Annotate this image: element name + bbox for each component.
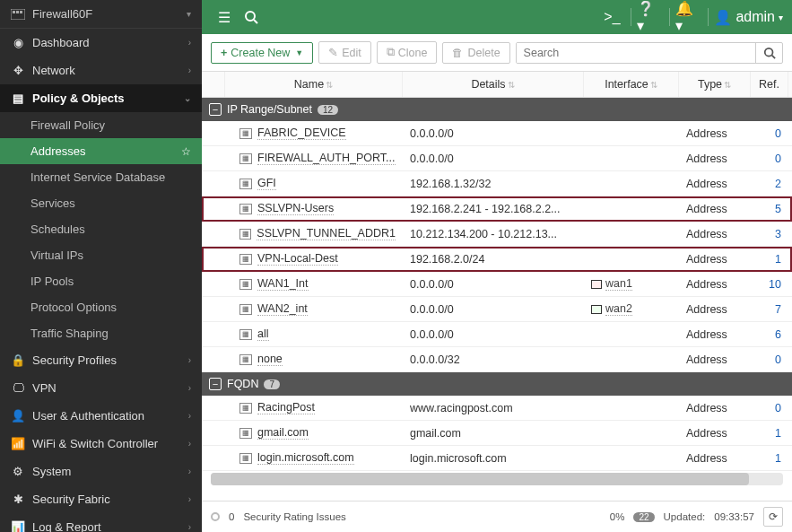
cell-ref[interactable]: 1 (751, 248, 788, 271)
cell-ref[interactable]: 10 (751, 273, 788, 296)
refresh-button[interactable]: ⟳ (763, 507, 783, 527)
vpn-icon: 🖵 (11, 381, 25, 395)
cell-ref[interactable]: 0 (751, 122, 788, 145)
table-row[interactable]: ▦VPN-Local-Dest192.168.2.0/24Address1 (202, 247, 792, 272)
nav-addresses[interactable]: Addresses ☆ (0, 138, 202, 164)
group-fqdn[interactable]: − FQDN 7 (202, 372, 792, 396)
cell-name: ▦SSLVPN_TUNNEL_ADDR1 (225, 222, 403, 246)
chart-icon: 📊 (11, 520, 25, 532)
table-row[interactable]: ▦SSLVPN_TUNNEL_ADDR110.212.134.200 - 10.… (202, 222, 792, 247)
chevron-right-icon: › (188, 38, 191, 48)
updated-label: Updated: (664, 511, 706, 522)
cell-interface: wan1 (584, 272, 679, 296)
cli-button[interactable]: >_ (598, 4, 625, 31)
cell-details: 0.0.0.0/0 (403, 122, 584, 145)
svg-line-5 (254, 20, 257, 23)
address-icon: ▦ (239, 229, 251, 240)
col-name-header[interactable]: Name⇅ (225, 72, 403, 97)
star-icon[interactable]: ☆ (181, 145, 191, 158)
cell-ref[interactable]: 2 (751, 172, 788, 196)
delete-button[interactable]: 🗑 Delete (442, 42, 509, 64)
col-details-header[interactable]: Details⇅ (403, 72, 584, 97)
nav-ip-pools[interactable]: IP Pools (0, 268, 202, 294)
cell-ref[interactable]: 7 (751, 298, 788, 321)
search-submit-button[interactable] (755, 43, 782, 63)
svg-rect-1 (13, 11, 15, 13)
cell-ref[interactable]: 6 (751, 323, 788, 346)
row-name-text: WAN2_int (257, 302, 308, 316)
nav-network[interactable]: ✥ Network › (0, 57, 202, 84)
create-new-button[interactable]: + Create New ▼ (211, 42, 313, 64)
nav-user-auth[interactable]: 👤 User & Authentication › (0, 402, 202, 430)
chevron-right-icon: › (188, 439, 191, 449)
table-row[interactable]: ▦WAN2_int0.0.0.0/0wan2Address7 (202, 297, 792, 322)
edit-button[interactable]: ✎ Edit (318, 41, 371, 64)
address-icon: ▦ (239, 279, 252, 290)
cell-ref[interactable]: 1 (751, 422, 788, 445)
nav-isdb[interactable]: Internet Service Database (0, 164, 202, 190)
cell-details: 0.0.0.0/0 (403, 298, 584, 321)
horizontal-scrollbar[interactable] (211, 473, 783, 485)
cell-ref[interactable]: 3 (751, 222, 788, 246)
table-row[interactable]: ▦FABRIC_DEVICE0.0.0.0/0Address0 (202, 121, 792, 146)
nav-log-report[interactable]: 📊 Log & Report › (0, 513, 202, 532)
clone-button[interactable]: ⧉ Clone (377, 41, 438, 64)
cell-type: Address (679, 323, 751, 346)
cell-ref[interactable]: 0 (751, 397, 788, 420)
cell-details: 192.168.1.32/32 (403, 172, 584, 196)
table-row[interactable]: ▦none0.0.0.0/32Address0 (202, 347, 792, 372)
nav-security-fabric[interactable]: ✱ Security Fabric › (0, 485, 202, 513)
table-row[interactable]: ▦login.microsoft.comlogin.microsoft.comA… (202, 446, 792, 471)
cell-details: 192.168.2.0/24 (403, 248, 584, 271)
cell-ref[interactable]: 1 (751, 447, 788, 470)
search-input[interactable] (517, 43, 755, 63)
nav-system[interactable]: ⚙ System › (0, 458, 202, 485)
table-row[interactable]: ▦gmail.comgmail.comAddress1 (202, 421, 792, 446)
cell-type: Address (679, 298, 751, 321)
user-menu[interactable]: 👤 admin ▾ (714, 9, 783, 26)
address-table: Name⇅ Details⇅ Interface⇅ Type⇅ Ref. − I… (202, 72, 792, 501)
chevron-right-icon: › (188, 467, 191, 476)
nav-protocol-options[interactable]: Protocol Options (0, 294, 202, 320)
nav-schedules[interactable]: Schedules (0, 216, 202, 242)
chevron-right-icon: › (188, 411, 191, 421)
col-interface-header[interactable]: Interface⇅ (584, 72, 679, 97)
table-row[interactable]: ▦FIREWALL_AUTH_PORT...0.0.0.0/0Address0 (202, 146, 792, 171)
col-type-header[interactable]: Type⇅ (679, 72, 751, 97)
group-ip-range[interactable]: − IP Range/Subnet 12 (202, 98, 792, 121)
nav-services[interactable]: Services (0, 190, 202, 216)
sort-icon: ⇅ (508, 80, 515, 90)
nav-firewall-policy[interactable]: Firewall Policy (0, 112, 202, 138)
search-button[interactable] (238, 4, 265, 31)
col-ref-header[interactable]: Ref. (751, 72, 788, 97)
table-row[interactable]: ▦all0.0.0.0/0Address6 (202, 322, 792, 347)
cell-type: Address (679, 172, 751, 196)
cell-type: Address (679, 147, 751, 170)
group-count-badge: 12 (318, 105, 338, 115)
help-button[interactable]: ❔ ▾ (637, 4, 664, 31)
cell-ref[interactable]: 5 (751, 197, 788, 221)
cell-name: ▦WAN2_int (225, 297, 403, 321)
cell-ref[interactable]: 0 (751, 348, 788, 371)
nav-virtual-ips[interactable]: Virtual IPs (0, 242, 202, 268)
issues-label: Security Rating Issues (243, 511, 345, 522)
cell-interface (584, 254, 679, 265)
cell-interface (584, 153, 679, 164)
cell-details: login.microsoft.com (403, 447, 584, 470)
nav-wifi-switch[interactable]: 📶 WiFi & Switch Controller › (0, 430, 202, 458)
nav-security-profiles[interactable]: 🔒 Security Profiles › (0, 346, 202, 374)
nav-dashboard[interactable]: ◉ Dashboard › (0, 29, 202, 57)
table-row[interactable]: ▦GFI192.168.1.32/32Address2 (202, 171, 792, 196)
table-row[interactable]: ▦SSLVPN-Users192.168.2.241 - 192.168.2.2… (202, 196, 792, 222)
table-row[interactable]: ▦RacingPostwww.racingpost.comAddress0 (202, 396, 792, 421)
nav-traffic-shaping[interactable]: Traffic Shaping (0, 320, 202, 346)
notifications-button[interactable]: 🔔 ▾ (675, 4, 702, 31)
cell-ref[interactable]: 0 (751, 147, 788, 170)
menu-toggle-button[interactable]: ☰ (211, 4, 238, 31)
host-selector[interactable]: Firewall60F ▾ (0, 0, 202, 29)
scrollbar-thumb[interactable] (211, 473, 749, 485)
nav-vpn[interactable]: 🖵 VPN › (0, 374, 202, 402)
table-row[interactable]: ▦WAN1_Int0.0.0.0/0wan1Address10 (202, 272, 792, 297)
cell-details: 192.168.2.241 - 192.168.2.2... (403, 197, 584, 221)
nav-policy-objects[interactable]: ▤ Policy & Objects ⌄ (0, 84, 202, 112)
